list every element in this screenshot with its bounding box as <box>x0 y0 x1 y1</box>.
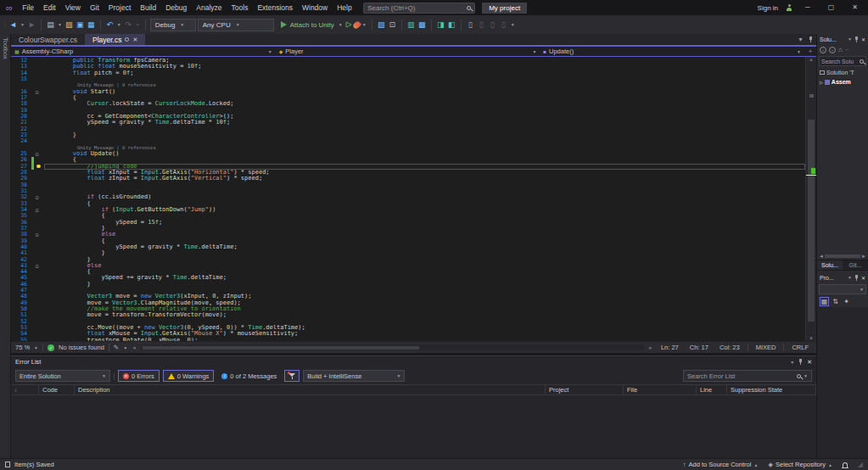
breadcrumb-member[interactable]: ■ Update() ▼ <box>540 48 804 55</box>
attach-dropdown-icon[interactable]: ▼ <box>338 22 344 27</box>
code-line-32[interactable]: 32⊟ if (cc.isGrounded) <box>11 194 805 200</box>
window-position-dropdown-icon[interactable]: ▼ <box>790 360 794 365</box>
search-options-dropdown-icon[interactable]: ▼ <box>804 373 808 378</box>
glyph-margin[interactable] <box>30 226 44 232</box>
menu-tools[interactable]: Tools <box>227 0 253 15</box>
glyph-margin[interactable] <box>30 238 44 244</box>
minimize-button[interactable]: ─ <box>800 0 815 15</box>
glyph-margin[interactable] <box>30 101 44 107</box>
menu-view[interactable]: View <box>60 0 85 15</box>
glyph-margin[interactable] <box>30 70 44 76</box>
code-line-45[interactable]: 45 ySpeed += gravity * Time.deltaTime; <box>11 275 805 281</box>
glyph-margin[interactable] <box>30 64 44 70</box>
code-line-16[interactable]: 16⊟ void Start() <box>11 89 805 95</box>
code-line-24[interactable]: 24 <box>11 138 805 144</box>
code-line-20[interactable]: 20 cc = GetComponent<CharacterController… <box>11 114 805 120</box>
more-tools-icon[interactable]: ·· <box>845 47 849 53</box>
menu-debug[interactable]: Debug <box>161 0 192 15</box>
redo-dropdown-icon[interactable]: ▼ <box>135 22 141 27</box>
close-tab-icon[interactable]: ✕ <box>132 36 137 43</box>
bookmark-dropdown-icon[interactable]: ▼ <box>510 22 516 27</box>
undo-dropdown-icon[interactable]: ▼ <box>116 22 122 27</box>
glyph-margin[interactable] <box>30 269 44 275</box>
clear-bookmarks-icon[interactable]: ▯ <box>499 20 508 30</box>
glyph-margin[interactable] <box>30 201 44 207</box>
new-file-dropdown-icon[interactable]: ▼ <box>57 22 63 27</box>
glyph-margin[interactable] <box>30 108 44 114</box>
character-indicator[interactable]: Ch: 17 <box>686 344 712 351</box>
scroll-right-icon[interactable]: ► <box>648 345 653 350</box>
tab-git-changes[interactable]: Git... <box>843 260 868 270</box>
close-button[interactable]: ✕ <box>847 0 863 15</box>
sign-in-button[interactable]: Sign in <box>758 4 778 12</box>
glyph-margin[interactable] <box>30 294 44 299</box>
active-files-dropdown-icon[interactable]: ▼ <box>798 36 804 42</box>
code-line-34[interactable]: 34⊟ if (Input.GetButtonDown("Jump")) <box>11 207 805 213</box>
code-line-51[interactable]: 51 move = transform.TransformVector(move… <box>11 312 805 318</box>
block-comment-icon[interactable]: ▩ <box>417 20 427 30</box>
glyph-margin[interactable] <box>30 244 44 250</box>
glyph-margin[interactable] <box>30 164 44 170</box>
menu-extensions[interactable]: Extensions <box>253 0 298 15</box>
scroll-up-icon[interactable]: ▲ <box>806 57 816 62</box>
horizontal-scrollbar[interactable] <box>141 344 644 350</box>
code-line-37[interactable]: 37 } <box>11 226 805 232</box>
column-header-line[interactable]: Line <box>697 385 727 394</box>
code-line-30[interactable]: 30 <box>11 182 805 188</box>
glyph-margin[interactable]: ⊟ <box>30 151 44 157</box>
glyph-margin[interactable] <box>30 138 44 144</box>
code-line-28[interactable]: 28 float xInput = Input.GetAxis("Horizon… <box>11 170 805 176</box>
resize-grip[interactable]: ◢ <box>858 461 863 468</box>
glyph-margin[interactable] <box>30 58 44 64</box>
start-debugging-icon[interactable] <box>281 21 287 28</box>
vertical-scrollbar[interactable]: ▲ ▼ <box>805 57 816 341</box>
glyph-margin[interactable] <box>30 288 44 294</box>
breadcrumb-type[interactable]: ◆ Player ▼ <box>276 48 540 55</box>
code-line-44[interactable]: 44 { <box>11 269 805 275</box>
glyph-margin[interactable] <box>30 76 44 82</box>
menu-git[interactable]: Git <box>85 0 104 15</box>
solution-platform-dropdown[interactable]: Any CPU▼ <box>198 19 274 31</box>
hot-reload-dropdown-icon[interactable]: ▼ <box>361 22 367 27</box>
code-line-31[interactable]: 31 <box>11 188 805 194</box>
glyph-margin[interactable] <box>30 325 44 331</box>
codelens-row[interactable]: Unity Message | 0 references <box>11 82 805 88</box>
code-line-36[interactable]: 36 ySpeed = 15f; <box>11 220 805 226</box>
line-indicator[interactable]: Ln: 27 <box>658 344 682 351</box>
code-line-40[interactable]: 40 ySpeed = gravity * Time.deltaTime; <box>11 244 805 250</box>
warnings-filter-button[interactable]: 0 Warnings <box>163 370 215 382</box>
code-line-23[interactable]: 23 } <box>11 132 805 138</box>
scroll-left-icon[interactable]: ◄ <box>819 254 824 259</box>
redo-icon[interactable]: ↷ <box>124 20 133 30</box>
error-scope-dropdown[interactable]: Entire Solution▼ <box>15 370 110 382</box>
code-line-33[interactable]: 33 { <box>11 201 805 207</box>
window-position-dropdown-icon[interactable]: ▼ <box>848 275 852 280</box>
tree-item-project[interactable]: ▷ Assem <box>817 77 868 87</box>
code-cleanup-dropdown-icon[interactable]: ▼ <box>123 345 127 350</box>
glyph-margin[interactable] <box>30 176 44 182</box>
glyph-margin[interactable] <box>30 114 44 120</box>
code-line-25[interactable]: 25⊟ void Update() <box>11 151 805 157</box>
code-line-47[interactable]: 47 <box>11 288 805 294</box>
navigate-forward-icon[interactable]: ► <box>27 20 36 30</box>
undo-icon[interactable]: ↶ <box>105 20 115 30</box>
increase-indent-icon[interactable]: ◨ <box>436 20 445 30</box>
lightbulb-icon[interactable] <box>36 165 41 169</box>
code-line-22[interactable]: 22 <box>11 126 805 132</box>
find-in-files-icon[interactable]: ▧ <box>377 20 386 30</box>
menu-help[interactable]: Help <box>333 0 356 15</box>
glyph-margin[interactable] <box>30 275 44 281</box>
code-line-39[interactable]: 39 { <box>11 238 805 244</box>
messages-filter-button[interactable]: i 0 of 2 Messages <box>217 370 281 382</box>
pin-panel-icon[interactable] <box>854 275 859 281</box>
code-line-43[interactable]: 43⊟ else <box>11 263 805 269</box>
error-source-dropdown[interactable]: Build + IntelliSense▼ <box>303 370 405 382</box>
glyph-margin[interactable] <box>30 82 44 88</box>
menu-edit[interactable]: Edit <box>39 0 61 15</box>
code-line-12[interactable]: 12 public Transform fpsCamera; <box>11 58 805 64</box>
window-position-dropdown-icon[interactable]: ▼ <box>848 36 852 42</box>
pin-panel-icon[interactable] <box>798 359 803 365</box>
toolbox-side-tab[interactable]: Toolbox <box>0 34 11 458</box>
glyph-margin[interactable] <box>30 338 44 341</box>
glyph-margin[interactable] <box>30 250 44 256</box>
